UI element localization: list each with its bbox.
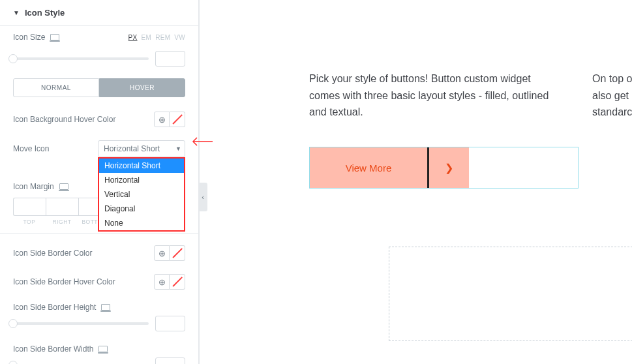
section-title: Icon Style (25, 8, 65, 18)
button-widget[interactable]: View More ❯ (309, 147, 579, 189)
divider (0, 233, 198, 234)
side-border-height-slider[interactable] (13, 322, 149, 325)
tab-normal[interactable]: NORMAL (13, 78, 99, 97)
move-icon-dropdown: Horizontal Short Horizontal Vertical Dia… (98, 157, 185, 232)
icon-size-slider-row (0, 48, 198, 73)
option-none[interactable]: None (99, 216, 184, 230)
side-border-color-label: Icon Side Border Color (13, 249, 92, 258)
tab-hover[interactable]: HOVER (99, 78, 185, 97)
view-more-button[interactable]: View More (310, 147, 427, 188)
side-border-height-row: Icon Side Border Height (0, 296, 198, 313)
style-panel: ▼ Icon Style Icon Size PX EM REM VW NORM… (0, 0, 200, 364)
preview-paragraph-2: On top o also get standarc (592, 70, 632, 121)
side-border-color-row: Icon Side Border Color ⊕ (0, 239, 198, 267)
option-horizontal-short[interactable]: Horizontal Short (99, 159, 184, 173)
slider-thumb[interactable] (8, 361, 18, 364)
unit-rem[interactable]: REM (155, 34, 170, 41)
move-icon-row: Move Icon Horizontal Short ▼ Horizontal … (0, 134, 198, 164)
global-color-icon[interactable]: ⊕ (154, 245, 170, 261)
color-picker-none[interactable] (170, 112, 185, 127)
side-border-height-label: Icon Side Border Height (13, 303, 96, 312)
icon-size-slider[interactable] (13, 57, 149, 60)
bg-hover-color-label: Icon Background Hover Color (13, 115, 115, 124)
bg-hover-color-row: Icon Background Hover Color ⊕ (0, 105, 198, 134)
option-horizontal[interactable]: Horizontal (99, 173, 184, 187)
side-border-hover-label: Icon Side Border Hover Color (13, 277, 115, 286)
global-color-icon[interactable]: ⊕ (154, 274, 170, 290)
desktop-icon[interactable] (59, 183, 68, 190)
unit-em[interactable]: EM (142, 34, 152, 41)
side-border-width-label: Icon Side Border Width (13, 344, 93, 354)
button-arrow-icon[interactable]: ❯ (427, 147, 469, 188)
caret-down-icon: ▼ (13, 9, 20, 16)
slider-thumb[interactable] (8, 54, 18, 63)
icon-margin-label: Icon Margin (13, 182, 54, 191)
margin-right-label: RIGHT (46, 219, 78, 225)
margin-top-label: TOP (13, 219, 46, 225)
margin-right-input[interactable] (46, 198, 78, 216)
desktop-icon[interactable] (50, 34, 59, 40)
unit-vw[interactable]: VW (174, 34, 185, 41)
move-icon-select[interactable]: Horizontal Short ▼ (98, 140, 185, 157)
color-picker-none[interactable] (170, 274, 185, 290)
desktop-icon[interactable] (101, 304, 110, 311)
icon-size-input[interactable] (155, 51, 185, 67)
preview-canvas: Pick your style of buttons! Button custo… (200, 0, 632, 364)
icon-size-label: Icon Size (13, 33, 45, 42)
global-color-icon[interactable]: ⊕ (154, 112, 170, 127)
side-border-width-row: Icon Side Border Width (0, 338, 198, 355)
unit-px[interactable]: PX (128, 34, 138, 41)
section-header[interactable]: ▼ Icon Style (0, 0, 198, 26)
side-border-hover-row: Icon Side Border Hover Color ⊕ (0, 267, 198, 296)
preview-paragraph: Pick your style of buttons! Button custo… (309, 70, 557, 121)
empty-section-placeholder[interactable] (389, 247, 632, 341)
icon-size-row: Icon Size PX EM REM VW (0, 26, 198, 48)
side-border-width-input[interactable] (155, 357, 185, 364)
state-tabs: NORMAL HOVER (0, 73, 198, 105)
color-picker-none[interactable] (170, 245, 185, 261)
side-border-height-input[interactable] (155, 316, 185, 331)
chevron-down-icon: ▼ (175, 145, 181, 152)
side-border-height-slider-row (0, 313, 198, 338)
margin-top-input[interactable] (13, 198, 46, 216)
side-border-width-slider-row (0, 355, 198, 364)
option-diagonal[interactable]: Diagonal (99, 202, 184, 216)
slider-thumb[interactable] (8, 319, 18, 328)
option-vertical[interactable]: Vertical (99, 187, 184, 202)
move-icon-label: Move Icon (13, 144, 49, 153)
unit-switcher: PX EM REM VW (128, 34, 185, 41)
desktop-icon[interactable] (98, 346, 108, 352)
